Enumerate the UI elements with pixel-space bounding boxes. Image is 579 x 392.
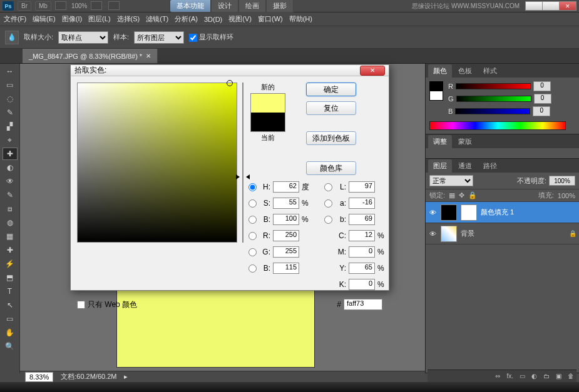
color-libraries-button[interactable]: 颜色库 — [306, 161, 356, 175]
spectrum-ramp[interactable] — [429, 121, 566, 130]
c-input[interactable]: 12 — [349, 230, 375, 241]
menu-select[interactable]: 选择(S) — [117, 14, 140, 24]
minibridge-chip[interactable]: Mb — [35, 1, 51, 11]
eraser-tool[interactable]: ◍ — [3, 216, 18, 229]
bv-radio[interactable] — [249, 216, 257, 224]
masks-tab[interactable]: 蒙版 — [453, 135, 477, 148]
healing-brush-tool[interactable]: ◐ — [3, 161, 18, 174]
lock-pixels-icon[interactable]: ▦ — [449, 191, 455, 199]
color-tab[interactable]: 颜色 — [428, 64, 452, 78]
ok-button[interactable]: 确定 — [306, 83, 356, 96]
clone-stamp-tool[interactable]: ✎ — [3, 189, 18, 201]
r-slider[interactable] — [456, 83, 531, 89]
g-radio[interactable] — [249, 248, 257, 256]
fg-bg-swatch[interactable] — [429, 81, 443, 100]
menu-help[interactable]: 帮助(H) — [289, 14, 312, 24]
status-more-icon[interactable]: ▸ — [124, 373, 128, 381]
web-only-checkbox[interactable] — [77, 301, 85, 309]
dodge-tool[interactable]: ⚡ — [3, 258, 18, 270]
r-value[interactable]: 0 — [533, 81, 551, 91]
current-color-swatch[interactable] — [251, 113, 285, 131]
show-ring-checkbox[interactable] — [189, 34, 197, 42]
type-tool[interactable]: T — [3, 285, 18, 298]
layer-row[interactable]: 👁 颜色填充 1 — [426, 202, 579, 223]
styles-tab[interactable]: 样式 — [478, 64, 502, 78]
menu-analysis[interactable]: 分析(A) — [175, 14, 198, 24]
ws-tab-painting[interactable]: 绘画 — [238, 0, 266, 13]
b-value[interactable]: 0 — [533, 106, 550, 116]
ws-tab-photography[interactable]: 摄影 — [266, 0, 294, 13]
close-button[interactable]: ✕ — [559, 1, 576, 11]
crop-tool[interactable]: ▞ — [3, 120, 18, 133]
r-input[interactable]: 250 — [273, 230, 299, 241]
lab-b-input[interactable]: 69 — [349, 214, 375, 225]
adjustments-tab[interactable]: 调整 — [428, 135, 452, 148]
doc-tab[interactable]: _MG_8847.JPG @ 8.33%(RGB/8#) * ✕ — [23, 49, 158, 63]
eyedropper-tool[interactable]: ✚ — [3, 148, 18, 160]
s-input[interactable]: 55 — [273, 198, 299, 209]
menu-filter[interactable]: 滤镜(T) — [146, 14, 168, 24]
picker-cursor[interactable] — [227, 80, 233, 86]
marquee-tool[interactable]: ▭ — [3, 79, 18, 91]
g-slider[interactable] — [456, 96, 531, 102]
sample-layers-select[interactable]: 所有图层 — [134, 31, 184, 44]
quick-select-tool[interactable]: ✎ — [3, 106, 18, 119]
view-extras-icon[interactable] — [55, 1, 66, 10]
doc-tab-close-icon[interactable]: ✕ — [146, 53, 151, 59]
add-swatch-button[interactable]: 添加到色板 — [306, 131, 356, 145]
ruler-tool[interactable]: ⌖ — [3, 134, 18, 146]
bridge-chip[interactable]: Br — [18, 1, 31, 11]
lab-b-radio[interactable] — [324, 216, 332, 224]
dialog-close-button[interactable]: ✕ — [360, 66, 385, 76]
bc-input[interactable]: 115 — [273, 263, 299, 274]
k-input[interactable]: 0 — [349, 279, 375, 290]
mask-icon[interactable]: ▭ — [520, 373, 525, 379]
eyedropper-icon[interactable]: 💧 — [5, 31, 19, 44]
h-input[interactable]: 62 — [273, 181, 299, 193]
menu-edit[interactable]: 编辑(E) — [33, 14, 56, 24]
ws-tab-essentials[interactable]: 基本功能 — [170, 0, 211, 13]
hand-tool[interactable]: ✋ — [3, 326, 18, 339]
path-select-tool[interactable]: ↖ — [3, 299, 18, 311]
menu-layer[interactable]: 图层(L) — [88, 14, 110, 24]
g-input[interactable]: 255 — [273, 246, 299, 258]
trash-icon[interactable]: 🗑 — [568, 373, 574, 379]
hex-input[interactable]: faff73 — [344, 299, 382, 310]
opacity-value[interactable]: 100% — [549, 176, 575, 186]
arrange-docs-icon[interactable] — [91, 1, 102, 10]
shape-tool[interactable]: ▭ — [3, 313, 18, 325]
visibility-icon[interactable]: 👁 — [428, 230, 437, 238]
visibility-icon[interactable]: 👁 — [428, 209, 437, 216]
blend-mode-select[interactable]: 正常 — [429, 175, 473, 186]
lasso-tool[interactable]: ◌ — [3, 93, 18, 105]
layer-mask-thumb[interactable] — [461, 204, 477, 221]
a-input[interactable]: -16 — [349, 198, 375, 209]
menu-3d[interactable]: 3D(D) — [204, 16, 222, 23]
adjust-layer-icon[interactable]: ◐ — [531, 373, 537, 379]
s-radio[interactable] — [249, 199, 257, 208]
status-zoom[interactable]: 8.33% — [25, 372, 53, 382]
layer-name[interactable]: 颜色填充 1 — [481, 208, 576, 217]
blur-tool[interactable]: ✚ — [3, 244, 18, 256]
l-radio[interactable] — [324, 183, 332, 191]
minimize-button[interactable]: — — [525, 1, 543, 11]
m-input[interactable]: 0 — [349, 246, 375, 258]
layer-name[interactable]: 背景 — [461, 229, 565, 238]
history-brush-tool[interactable]: ⧈ — [3, 203, 18, 215]
brush-tool[interactable]: 👁 — [3, 175, 18, 188]
new-color-swatch[interactable] — [251, 94, 285, 113]
layer-row[interactable]: 👁 背景 🔒 — [426, 223, 579, 244]
sample-size-select[interactable]: 取样点 — [58, 31, 108, 44]
layer-thumb[interactable] — [441, 204, 457, 221]
l-input[interactable]: 97 — [349, 181, 375, 193]
bv-input[interactable]: 100 — [273, 214, 299, 225]
lock-all-icon[interactable]: 🔒 — [468, 191, 477, 199]
h-radio[interactable] — [249, 183, 257, 191]
b-slider[interactable] — [455, 108, 530, 114]
maximize-button[interactable]: □ — [542, 1, 560, 11]
group-icon[interactable]: 🗀 — [543, 373, 550, 379]
ws-tab-design[interactable]: 设计 — [211, 0, 238, 13]
cancel-button[interactable]: 复位 — [306, 101, 356, 115]
menu-image[interactable]: 图像(I) — [62, 14, 82, 24]
link-layers-icon[interactable]: ⇔ — [495, 373, 500, 379]
